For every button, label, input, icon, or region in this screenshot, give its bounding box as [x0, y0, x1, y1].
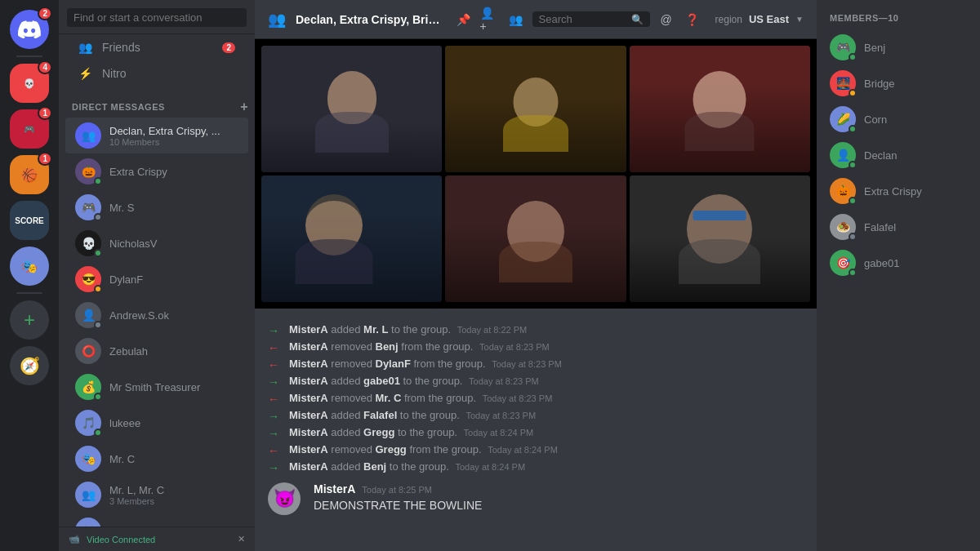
dm-avatar-andrew: 👤 [75, 302, 101, 328]
member-item-gabe01[interactable]: 🎯 gabe01 [823, 245, 973, 281]
member-name-gabe01: gabe01 [864, 257, 899, 269]
arrow-icon-4: ← [268, 393, 279, 406]
dm-search-input[interactable] [67, 8, 247, 27]
members-panel-header: MEMBERS—10 [823, 13, 973, 23]
chat-msg-body-mistera: MisterA Today at 8:25 PM DEMONSTRATE THE… [314, 482, 804, 512]
system-msg-time-3: Today at 8:23 PM [469, 376, 539, 386]
dm-item-group-mrl[interactable]: 👥 Mr. L, Mr. C 3 Members [65, 477, 248, 513]
server-divider [16, 56, 42, 57]
status-dot-mr-s [94, 213, 102, 221]
server-icon-5[interactable]: 🎭 [10, 247, 49, 286]
group-icon: 👥 [268, 11, 286, 29]
arrow-icon-2: ← [268, 358, 279, 371]
dm-item-name-nicholasv: NicholasV [109, 238, 242, 250]
body-4 [295, 239, 372, 284]
status-dot-lukeee [94, 429, 102, 437]
friends-nav-item[interactable]: 👥 Friends 2 [65, 34, 248, 60]
member-name-corn: Corn [864, 113, 887, 126]
region-label: region [715, 14, 742, 25]
system-msg-2: ← MisterA removed DylanF from the group.… [268, 356, 804, 373]
server-icon-2[interactable]: 🎮 1 [10, 109, 49, 149]
dm-avatar-mr-c: 🎭 [75, 446, 101, 472]
system-msg-text-2: MisterA removed DylanF from the group. T… [289, 358, 562, 370]
system-msg-text-1: MisterA removed Benj from the group. Tod… [289, 340, 550, 353]
member-name-extra-crispy-panel: Extra Crispy [864, 185, 922, 198]
system-msg-text-3: MisterA added gabe01 to the group. Today… [289, 375, 539, 387]
dm-avatar-mr-smith: 💰 [75, 374, 101, 400]
video-cell-2 [445, 46, 626, 172]
status-dot-extra-crispy [94, 177, 102, 185]
member-status-falafel [849, 233, 857, 241]
server-icon-1[interactable]: 💀 4 [10, 64, 49, 103]
member-avatar-benj: 🎮 [830, 34, 856, 60]
channel-header: 👥 Declan, Extra Crispy, Bridge, Falafel,… [255, 0, 817, 39]
dm-item-name-nathanb: NathanB [109, 525, 242, 527]
member-name-bridge: Bridge [864, 78, 895, 90]
member-item-bridge[interactable]: 🌉 Bridge [823, 65, 973, 101]
dm-item-nathanb[interactable]: 🎮 NathanB [65, 513, 248, 527]
disconnect-button[interactable]: ✕ [238, 534, 245, 544]
system-msg-time-7: Today at 8:24 PM [488, 445, 558, 455]
system-msg-time-0: Today at 8:22 PM [457, 325, 528, 335]
add-dm-button[interactable]: + [240, 100, 248, 114]
member-item-declan[interactable]: 👤 Declan [823, 137, 973, 173]
server-icon-4[interactable]: SCORE [10, 201, 49, 240]
dm-item-info-mr-s: Mr. S [109, 202, 242, 214]
dm-item-lukeee[interactable]: 🎵 lukeee [65, 405, 248, 441]
add-member-button[interactable]: 👤+ [480, 10, 500, 29]
dm-item-extra-crispy[interactable]: 🎃 Extra Crispy [65, 153, 248, 189]
member-item-extra-crispy-panel[interactable]: 🎃 Extra Crispy [823, 173, 973, 209]
system-msg-text-0: MisterA added Mr. L to the group. Today … [289, 323, 527, 335]
chat-avatar-mistera: 😈 [268, 482, 301, 515]
pin-button[interactable]: 📌 [454, 10, 474, 29]
dm-avatar-group-main: 👥 [75, 122, 101, 149]
add-server-button[interactable]: + [10, 300, 49, 340]
server-icon-3[interactable]: 🏀 1 [10, 155, 49, 194]
explore-button[interactable]: 🧭 [10, 346, 49, 385]
video-cell-4 [261, 176, 442, 302]
header-search-bar: 🔍 [532, 11, 650, 27]
dm-item-mr-s[interactable]: 🎮 Mr. S [65, 189, 248, 225]
mention-button[interactable]: @ [657, 10, 676, 29]
chat-msg-header-mistera: MisterA Today at 8:25 PM [314, 482, 804, 495]
members-panel: MEMBERS—10 🎮 Benj 🌉 Bridge 🌽 Corn 👤 Decl… [817, 0, 980, 551]
dm-avatar-group-mrl: 👥 [75, 482, 101, 508]
body-5 [499, 242, 572, 282]
system-msg-time-8: Today at 8:24 PM [455, 462, 525, 472]
discord-home-button[interactable]: 2 [10, 10, 49, 49]
dm-item-andrew[interactable]: 👤 Andrew.S.ok [65, 297, 248, 333]
member-status-extra-crispy [849, 197, 857, 205]
member-avatar-declan: 👤 [830, 142, 856, 168]
dm-item-zebulah[interactable]: ⭕ Zebulah [65, 333, 248, 369]
server-rail: 2 💀 4 🎮 1 🏀 1 SCORE 🎭 + 🧭 [0, 0, 59, 551]
member-status-corn [849, 125, 857, 133]
dm-item-info-nathanb: NathanB [109, 525, 242, 527]
system-msg-time-5: Today at 8:23 PM [466, 411, 536, 420]
member-item-benj[interactable]: 🎮 Benj [823, 29, 973, 65]
nitro-icon: ⚡ [78, 67, 92, 80]
arrow-icon-6: → [268, 427, 279, 440]
server-2-badge: 1 [38, 106, 52, 120]
chevron-down-icon[interactable]: ▼ [795, 15, 804, 24]
member-item-corn[interactable]: 🌽 Corn [823, 101, 973, 137]
nitro-nav-item[interactable]: ⚡ Nitro [65, 60, 248, 87]
dm-item-name-andrew: Andrew.S.ok [109, 309, 242, 322]
member-item-falafel[interactable]: 🧆 Falafel [823, 209, 973, 245]
dm-item-name-mr-smith: Mr Smith Treasurer [109, 381, 242, 393]
dm-item-dylanf[interactable]: 😎 DylanF [65, 261, 248, 297]
dm-item-name-mr-s: Mr. S [109, 202, 242, 214]
dm-item-name-extra-crispy: Extra Crispy [109, 166, 242, 178]
header-search-input[interactable] [539, 13, 628, 25]
dm-item-info-lukeee: lukeee [109, 417, 242, 429]
member-avatar-extra-crispy-panel: 🎃 [830, 178, 856, 204]
member-name-falafel: Falafel [864, 221, 896, 233]
members-button[interactable]: 👥 [506, 10, 526, 29]
dm-item-mr-c[interactable]: 🎭 Mr. C [65, 441, 248, 477]
friends-badge: 2 [222, 42, 235, 53]
dm-item-nicholasv[interactable]: 💀 NicholasV [65, 225, 248, 261]
dm-item-info-dylanf: DylanF [109, 273, 242, 286]
dm-item-group-main[interactable]: 👥 Declan, Extra Crispy, ... 10 Members [65, 118, 248, 153]
dm-item-mr-smith[interactable]: 💰 Mr Smith Treasurer [65, 369, 248, 405]
help-button[interactable]: ❓ [683, 10, 702, 29]
member-avatar-falafel: 🧆 [830, 214, 856, 240]
